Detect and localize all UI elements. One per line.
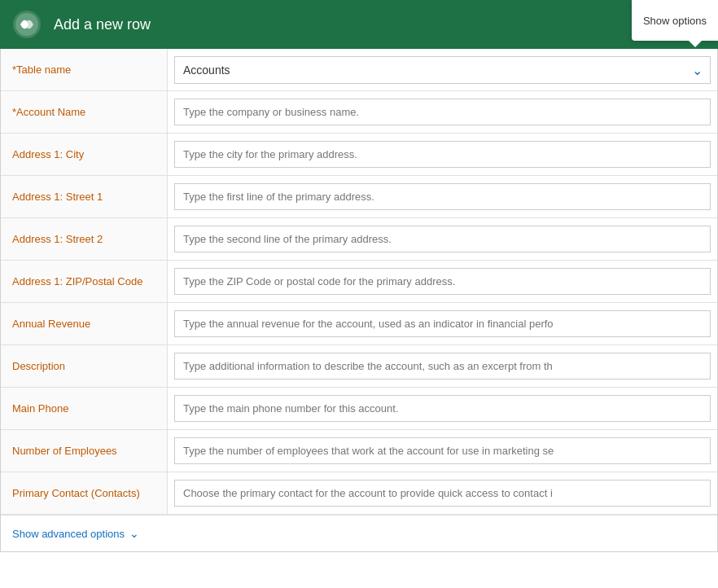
num-employees-row: Number of Employees [1,430,717,472]
chevron-down-icon: ⌄ [692,62,703,77]
show-advanced-options[interactable]: Show advanced options ⌄ [1,515,717,551]
annual-revenue-label: Annual Revenue [1,303,168,344]
address-street2-row: Address 1: Street 2 [1,218,717,261]
main-phone-field [168,388,717,429]
primary-contact-input[interactable] [174,480,711,507]
num-employees-input[interactable] [174,437,711,464]
table-select-value: Accounts [183,64,230,77]
address-zip-field [168,261,717,302]
address-city-field [168,134,717,175]
form-container: Table name Accounts ⌄ Account Name Addre… [0,49,718,552]
num-employees-label: Number of Employees [1,430,168,472]
account-name-input[interactable] [174,99,711,125]
num-employees-field [168,430,717,472]
table-name-label: Table name [1,49,168,90]
address-city-input[interactable] [174,141,711,168]
address-street1-label: Address 1: Street 1 [1,176,168,217]
description-input[interactable] [174,353,711,380]
app-header: Add a new row Show options [0,0,718,49]
primary-contact-label: Primary Contact (Contacts) [1,472,168,514]
table-name-row: Table name Accounts ⌄ [1,49,717,91]
address-city-row: Address 1: City [1,134,717,176]
main-phone-input[interactable] [174,395,711,422]
address-street1-field [168,176,717,217]
table-name-field: Accounts ⌄ [168,49,717,90]
show-options-button[interactable]: Show options [632,0,718,41]
annual-revenue-input[interactable] [174,310,711,337]
account-name-row: Account Name [1,91,717,134]
address-zip-label: Address 1: ZIP/Postal Code [1,261,168,302]
address-street1-row: Address 1: Street 1 [1,176,717,218]
main-phone-row: Main Phone [1,388,717,430]
description-field [168,345,717,387]
annual-revenue-row: Annual Revenue [1,303,717,345]
address-street2-input[interactable] [174,226,711,252]
main-phone-label: Main Phone [1,388,168,429]
primary-contact-row: Primary Contact (Contacts) [1,472,717,515]
app-logo [10,7,44,42]
chevron-down-icon: ⌄ [129,527,139,540]
address-street2-label: Address 1: Street 2 [1,218,168,260]
show-advanced-label: Show advanced options [12,528,125,540]
page-title: Add a new row [54,16,151,33]
address-street2-field [168,218,717,260]
table-select-wrapper[interactable]: Accounts ⌄ [174,56,711,84]
description-label: Description [1,345,168,387]
address-street1-input[interactable] [174,183,711,210]
account-name-field [168,91,717,133]
table-select-display[interactable]: Accounts ⌄ [174,56,711,84]
address-zip-input[interactable] [174,268,711,295]
address-zip-row: Address 1: ZIP/Postal Code [1,261,717,303]
account-name-label: Account Name [1,91,168,133]
address-city-label: Address 1: City [1,134,168,175]
description-row: Description [1,345,717,388]
annual-revenue-field [168,303,717,344]
primary-contact-field [168,472,717,514]
